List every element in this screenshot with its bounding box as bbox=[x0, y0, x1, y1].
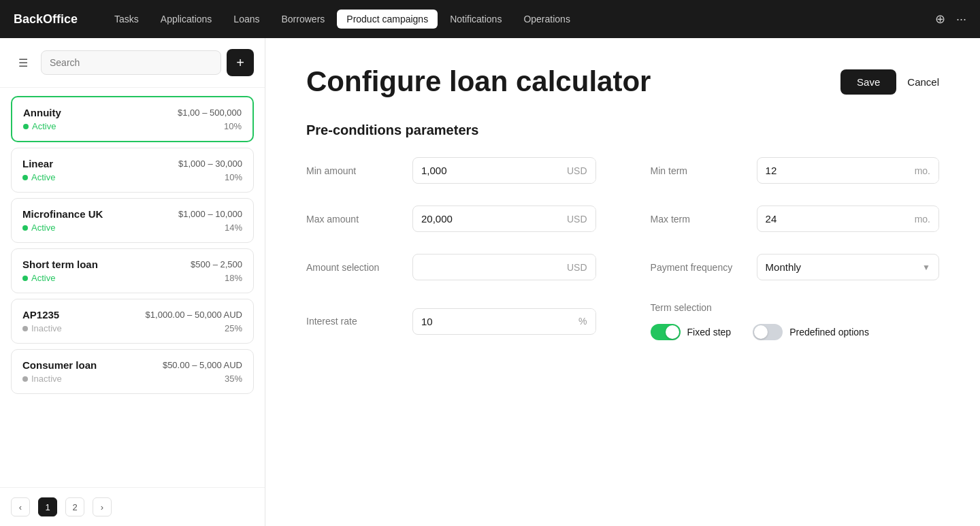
status-label: Active bbox=[32, 121, 56, 131]
term-selection-label: Term selection bbox=[651, 302, 746, 313]
max-term-input-wrap: mo. bbox=[757, 206, 939, 232]
min-term-row: Min term mo. bbox=[651, 157, 939, 184]
main-layout: ☰ + Annuity $1,00 – 500,000 Active 10% bbox=[0, 38, 980, 526]
max-amount-input-wrap: USD bbox=[412, 206, 596, 232]
page-1-button[interactable]: 1 bbox=[38, 497, 57, 516]
term-selection-row: Term selection Fixed step Predefined opt… bbox=[651, 302, 939, 340]
status-dot bbox=[22, 376, 28, 382]
interest-rate-input-wrap: % bbox=[412, 308, 596, 335]
nav-item-borrowers[interactable]: Borrowers bbox=[272, 10, 335, 29]
cancel-button[interactable]: Cancel bbox=[907, 76, 939, 88]
nav-item-product-campaigns[interactable]: Product campaigns bbox=[337, 10, 438, 29]
list-item[interactable]: Linear $1,000 – 30,000 Active 10% bbox=[11, 148, 254, 193]
min-amount-unit: USD bbox=[559, 159, 595, 183]
amount-selection-label: Amount selection bbox=[306, 262, 402, 273]
payment-frequency-select[interactable]: Monthly Weekly Bi-weekly Daily bbox=[757, 254, 915, 280]
loan-name: AP1235 bbox=[22, 309, 59, 320]
min-amount-input-wrap: USD bbox=[412, 157, 596, 184]
status-dot bbox=[23, 124, 29, 129]
status-label: Inactive bbox=[31, 323, 62, 333]
fixed-step-label: Fixed step bbox=[687, 327, 732, 338]
status-label: Active bbox=[31, 172, 55, 182]
loan-name: Microfinance UK bbox=[22, 208, 103, 220]
nav-item-operations[interactable]: Operations bbox=[514, 10, 579, 29]
status-dot bbox=[22, 326, 28, 331]
loan-range: $1,000 – 30,000 bbox=[178, 159, 242, 169]
nav-items: Tasks Applications Loans Borrowers Produ… bbox=[105, 10, 935, 29]
loan-range: $1,000.00 – 50,000 AUD bbox=[146, 310, 242, 320]
list-item[interactable]: Short term loan $500 – 2,500 Active 18% bbox=[11, 248, 254, 293]
prev-page-button[interactable]: ‹ bbox=[11, 497, 30, 516]
list-item[interactable]: Consumer loan $50.00 – 5,000 AUD Inactiv… bbox=[11, 349, 254, 394]
nav-item-notifications[interactable]: Notifications bbox=[440, 10, 511, 29]
loan-rate: 14% bbox=[225, 223, 242, 233]
loan-rate: 25% bbox=[225, 323, 242, 333]
payment-frequency-select-wrap: Monthly Weekly Bi-weekly Daily ▼ bbox=[757, 254, 939, 280]
globe-icon[interactable]: ⊕ bbox=[935, 12, 945, 27]
loan-status: Inactive bbox=[22, 374, 62, 384]
loan-status: Active bbox=[23, 121, 56, 131]
list-item[interactable]: AP1235 $1,000.00 – 50,000 AUD Inactive 2… bbox=[11, 299, 254, 344]
loan-status: Active bbox=[22, 223, 55, 233]
loan-status: Inactive bbox=[22, 323, 62, 333]
pagination: ‹ 1 2 › bbox=[0, 487, 265, 526]
add-loan-button[interactable]: + bbox=[227, 49, 254, 76]
page-2-button[interactable]: 2 bbox=[65, 497, 84, 516]
loan-range: $1,000 – 10,000 bbox=[178, 209, 242, 219]
loan-range: $1,00 – 500,000 bbox=[178, 108, 242, 118]
fixed-step-toggle-item: Fixed step bbox=[651, 324, 732, 340]
interest-rate-input[interactable] bbox=[413, 309, 570, 334]
payment-frequency-row: Payment frequency Monthly Weekly Bi-week… bbox=[651, 254, 939, 280]
max-amount-row: Max amount USD bbox=[306, 206, 596, 232]
min-term-unit: mo. bbox=[906, 159, 938, 183]
toggle-knob bbox=[666, 325, 679, 339]
header-actions: Save Cancel bbox=[840, 69, 939, 95]
loan-name: Consumer loan bbox=[22, 359, 97, 371]
amount-selection-unit: USD bbox=[559, 255, 595, 280]
top-navigation: BackOffice Tasks Applications Loans Borr… bbox=[0, 0, 980, 38]
nav-item-tasks[interactable]: Tasks bbox=[105, 10, 148, 29]
status-label: Active bbox=[31, 273, 55, 283]
search-input[interactable] bbox=[41, 50, 221, 75]
loan-range: $50.00 – 5,000 AUD bbox=[163, 360, 242, 370]
save-button[interactable]: Save bbox=[840, 69, 896, 95]
max-amount-input[interactable] bbox=[413, 206, 559, 231]
max-term-label: Max term bbox=[651, 214, 746, 225]
list-item[interactable]: Microfinance UK $1,000 – 10,000 Active 1… bbox=[11, 198, 254, 243]
predefined-options-toggle[interactable] bbox=[753, 324, 783, 340]
loan-name: Short term loan bbox=[22, 259, 98, 270]
min-term-label: Min term bbox=[651, 165, 746, 176]
nav-item-loans[interactable]: Loans bbox=[224, 10, 269, 29]
app-logo: BackOffice bbox=[14, 12, 78, 27]
loan-status: Active bbox=[22, 172, 55, 182]
loan-rate: 10% bbox=[225, 172, 242, 182]
sidebar: ☰ + Annuity $1,00 – 500,000 Active 10% bbox=[0, 38, 265, 526]
params-grid: Min amount USD Min term mo. Max amount bbox=[306, 157, 939, 340]
toggles-row: Fixed step Predefined options bbox=[651, 324, 939, 340]
sidebar-menu-button[interactable]: ☰ bbox=[11, 50, 35, 75]
chevron-down-icon: ▼ bbox=[914, 263, 938, 272]
status-dot bbox=[22, 175, 28, 180]
loan-rate: 10% bbox=[224, 121, 242, 131]
predefined-options-toggle-item: Predefined options bbox=[753, 324, 869, 340]
min-amount-input[interactable] bbox=[413, 158, 559, 183]
next-page-button[interactable]: › bbox=[93, 497, 112, 516]
sidebar-toolbar: ☰ + bbox=[0, 38, 265, 88]
more-options-icon[interactable]: ··· bbox=[956, 12, 966, 27]
max-amount-label: Max amount bbox=[306, 214, 402, 225]
loan-range: $500 – 2,500 bbox=[191, 259, 242, 269]
loan-rate: 18% bbox=[225, 273, 242, 283]
list-item[interactable]: Annuity $1,00 – 500,000 Active 10% bbox=[11, 96, 254, 142]
interest-rate-label: Interest rate bbox=[306, 316, 402, 327]
main-content: Configure loan calculator Save Cancel Pr… bbox=[265, 38, 980, 526]
amount-selection-input[interactable] bbox=[413, 254, 559, 280]
max-term-input[interactable] bbox=[757, 206, 906, 231]
max-term-row: Max term mo. bbox=[651, 206, 939, 232]
content-header: Configure loan calculator Save Cancel bbox=[306, 65, 939, 98]
status-dot bbox=[22, 276, 28, 281]
min-term-input[interactable] bbox=[757, 158, 906, 183]
min-amount-label: Min amount bbox=[306, 165, 402, 176]
nav-item-applications[interactable]: Applications bbox=[151, 10, 222, 29]
min-amount-row: Min amount USD bbox=[306, 157, 596, 184]
fixed-step-toggle[interactable] bbox=[651, 324, 681, 340]
